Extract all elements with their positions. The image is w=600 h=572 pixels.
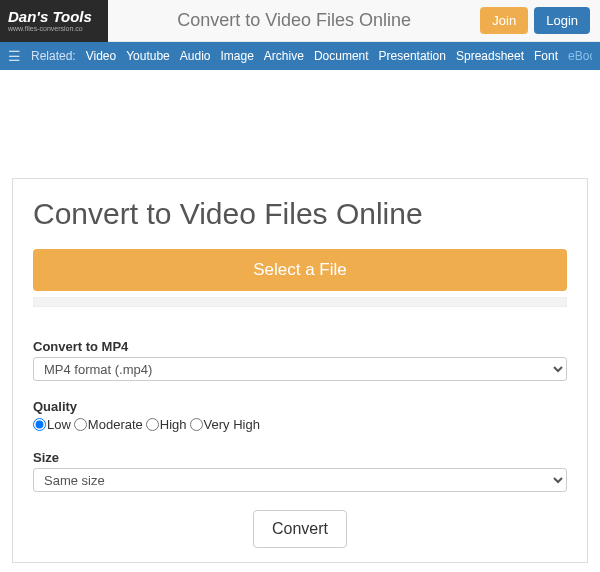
file-select-wrap: Select a File xyxy=(33,249,567,291)
size-label: Size xyxy=(33,450,567,465)
quality-low-label[interactable]: Low xyxy=(33,417,71,432)
quality-high-label[interactable]: High xyxy=(146,417,187,432)
quality-veryhigh-label[interactable]: Very High xyxy=(190,417,260,432)
hamburger-icon[interactable]: ☰ xyxy=(8,48,21,64)
nav-link-video[interactable]: Video xyxy=(86,49,116,63)
nav-link-youtube[interactable]: Youtube xyxy=(126,49,170,63)
file-progress-bar xyxy=(33,297,567,307)
brand-title: Dan's Tools xyxy=(8,9,100,24)
topbar: Dan's Tools www.files-conversion.co Conv… xyxy=(0,0,600,42)
format-select[interactable]: MP4 format (.mp4) xyxy=(33,357,567,381)
converter-card: Convert to Video Files Online Select a F… xyxy=(12,178,588,563)
nav-link-font[interactable]: Font xyxy=(534,49,558,63)
navbar: ☰ Related: Video Youtube Audio Image Arc… xyxy=(0,42,600,70)
nav-link-audio[interactable]: Audio xyxy=(180,49,211,63)
convert-wrap: Convert xyxy=(33,510,567,548)
page-title: Convert to Video Files Online xyxy=(108,10,480,31)
auth-buttons: Join Login xyxy=(480,7,600,34)
nav-link-spreadsheet[interactable]: Spreadsheet xyxy=(456,49,524,63)
related-label: Related: xyxy=(31,49,76,63)
quality-low-radio[interactable] xyxy=(33,418,46,431)
brand-url: www.files-conversion.co xyxy=(8,25,100,32)
spacer xyxy=(0,70,600,178)
nav-link-ebook[interactable]: eBook xyxy=(568,49,592,63)
nav-links: Video Youtube Audio Image Archive Docume… xyxy=(86,49,592,63)
convert-to-label: Convert to MP4 xyxy=(33,339,567,354)
nav-link-archive[interactable]: Archive xyxy=(264,49,304,63)
quality-high-radio[interactable] xyxy=(146,418,159,431)
join-button[interactable]: Join xyxy=(480,7,528,34)
login-button[interactable]: Login xyxy=(534,7,590,34)
quality-veryhigh-radio[interactable] xyxy=(190,418,203,431)
size-select[interactable]: Same size xyxy=(33,468,567,492)
quality-moderate-label[interactable]: Moderate xyxy=(74,417,143,432)
nav-link-presentation[interactable]: Presentation xyxy=(379,49,446,63)
convert-button[interactable]: Convert xyxy=(253,510,347,548)
brand-box[interactable]: Dan's Tools www.files-conversion.co xyxy=(0,0,108,42)
card-heading: Convert to Video Files Online xyxy=(33,197,567,231)
quality-radio-group: Low Moderate High Very High xyxy=(33,417,567,432)
select-file-button[interactable]: Select a File xyxy=(33,249,567,291)
quality-label: Quality xyxy=(33,399,567,414)
quality-moderate-radio[interactable] xyxy=(74,418,87,431)
nav-link-document[interactable]: Document xyxy=(314,49,369,63)
nav-link-image[interactable]: Image xyxy=(221,49,254,63)
